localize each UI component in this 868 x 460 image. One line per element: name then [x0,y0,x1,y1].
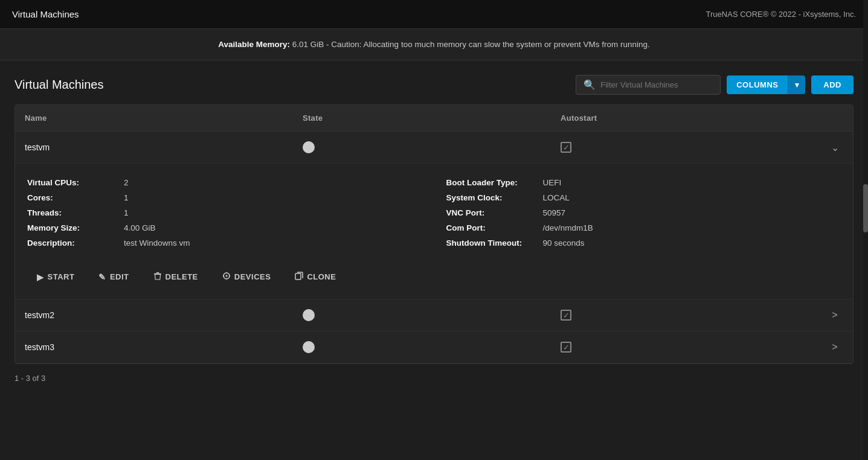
col-header-expand [817,105,853,131]
detail-cores: Cores: 1 [27,191,422,205]
detail-vnc-port: VNC Port: 50957 [446,206,841,220]
vm-row-main-testvm[interactable]: testvm ✓ ⌄ [15,132,853,163]
vm-row-main-testvm3[interactable]: testvm3 ✓ > [15,331,853,363]
start-button[interactable]: ▶ START [27,267,84,287]
devices-icon [222,272,231,282]
svg-rect-1 [156,272,159,273]
vm-table: Name State Autostart testvm ✓ ⌄ [14,104,854,364]
detail-memory-size: Memory Size: 4.00 GiB [27,221,422,235]
vm-expand-testvm2[interactable]: > [817,306,853,324]
vm-state-testvm3 [293,337,551,357]
vm-autostart-testvm3: ✓ [551,338,817,356]
table-header: Name State Autostart [15,105,853,132]
pagination-bar: 1 - 3 of 3 [14,364,854,392]
state-indicator-testvm2 [303,309,315,321]
memory-banner: Available Memory: 6.01 GiB - Caution: Al… [0,29,868,60]
svg-point-3 [225,275,227,277]
columns-button[interactable]: COLUMNS [727,75,788,94]
clone-button[interactable]: CLONE [285,267,346,287]
brand-text: TrueNAS CORE® © 2022 - iXsystems, Inc. [706,10,856,19]
vm-row-testvm2: testvm2 ✓ > [15,299,853,331]
scrollbar-track[interactable] [863,0,868,460]
memory-suffix: - Caution: Allocating too much memory ca… [326,40,650,49]
edit-label: EDIT [110,272,129,281]
vm-detail-grid-testvm: Virtual CPUs: 2 Boot Loader Type: UEFI C… [27,176,841,250]
detail-com-port: Com Port: /dev/nmdm1B [446,221,841,235]
clone-label: CLONE [307,272,336,281]
search-icon: 🔍 [583,79,596,91]
edit-icon: ✎ [98,272,106,282]
vm-autostart-testvm2: ✓ [551,306,817,324]
detail-boot-loader: Boot Loader Type: UEFI [446,176,841,190]
memory-value: 6.01 GiB [292,40,324,49]
devices-button[interactable]: DEVICES [213,267,281,287]
vm-name-testvm2: testvm2 [15,307,293,324]
delete-label: DELETE [166,272,198,281]
columns-dropdown-arrow[interactable]: ▼ [788,75,805,94]
search-input[interactable] [600,80,713,89]
panel-header: Virtual Machines 🔍 COLUMNS ▼ ADD [14,75,854,95]
vm-row-main-testvm2[interactable]: testvm2 ✓ > [15,299,853,331]
start-label: START [48,272,75,281]
vm-detail-testvm: Virtual CPUs: 2 Boot Loader Type: UEFI C… [15,163,853,299]
vm-expand-testvm[interactable]: ⌄ [817,138,853,157]
vm-row-testvm3: testvm3 ✓ > [15,331,853,363]
pagination-label: 1 - 3 of 3 [14,374,45,383]
app-title: Virtual Machines [12,9,79,19]
vm-state-testvm2 [293,305,551,325]
start-icon: ▶ [37,272,44,282]
col-header-name: Name [15,105,293,131]
devices-label: DEVICES [234,272,271,281]
action-buttons-testvm: ▶ START ✎ EDIT [27,262,841,292]
detail-virtual-cpus: Virtual CPUs: 2 [27,176,422,190]
delete-icon [153,272,162,282]
clone-icon [295,272,303,282]
autostart-checkbox-testvm3: ✓ [561,342,571,353]
vm-name-testvm3: testvm3 [15,339,293,356]
edit-button[interactable]: ✎ EDIT [89,267,138,287]
main-content: Virtual Machines 🔍 COLUMNS ▼ ADD Name St… [0,60,868,392]
autostart-checkbox-testvm2: ✓ [561,310,571,321]
col-header-state: State [293,105,551,131]
vm-autostart-testvm: ✓ [551,138,817,156]
vm-row-testvm: testvm ✓ ⌄ Virtual CPUs: 2 Boot Loa [15,132,853,299]
search-box[interactable]: 🔍 [576,75,721,95]
state-indicator-testvm3 [303,341,315,353]
vm-expand-testvm3[interactable]: > [817,338,853,356]
panel-title: Virtual Machines [14,78,103,92]
autostart-checkbox-testvm: ✓ [561,142,571,153]
state-indicator-testvm [303,141,315,153]
scrollbar-thumb[interactable] [863,184,868,232]
col-header-autostart: Autostart [551,105,817,131]
top-bar: Virtual Machines TrueNAS CORE® © 2022 - … [0,0,868,29]
delete-button[interactable]: DELETE [144,267,208,287]
vm-state-testvm [293,138,551,157]
detail-shutdown-timeout: Shutdown Timeout: 90 seconds [446,236,841,250]
detail-threads: Threads: 1 [27,206,422,220]
vm-name-testvm: testvm [15,139,293,156]
detail-system-clock: System Clock: LOCAL [446,191,841,205]
columns-button-group: COLUMNS ▼ [727,75,805,94]
memory-label: Available Memory: [218,40,290,49]
detail-description: Description: test Windowns vm [27,236,422,250]
panel-controls: 🔍 COLUMNS ▼ ADD [576,75,854,95]
add-button[interactable]: ADD [811,75,854,94]
svg-rect-8 [295,273,301,280]
